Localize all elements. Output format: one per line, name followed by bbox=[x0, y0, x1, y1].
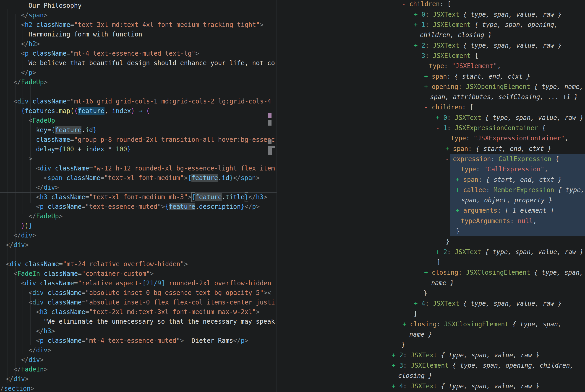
ast-row-37[interactable]: closing } bbox=[398, 370, 432, 381]
ast-row-20[interactable]: span, object, property } bbox=[461, 195, 552, 205]
expand-toggle-icon[interactable]: + bbox=[456, 176, 463, 184]
code-line-12[interactable]: {features.map((feature, index) ⇒ ( bbox=[21, 106, 150, 116]
expand-toggle-icon[interactable]: + bbox=[424, 269, 432, 276]
collapse-toggle-icon[interactable]: - bbox=[436, 124, 443, 132]
code-line-16[interactable]: delay={100 + index * 100} bbox=[36, 144, 131, 154]
ast-row-26[interactable]: ] bbox=[437, 257, 441, 267]
ast-row-17[interactable]: type: "CallExpression", bbox=[461, 164, 548, 174]
code-line-1[interactable]: Our Philosophy bbox=[29, 1, 82, 10]
code-line-30[interactable]: <div className="relative aspect-[21/9] r… bbox=[21, 278, 275, 288]
ast-row-27[interactable]: + closing: JSXClosingElement { type, spa… bbox=[424, 267, 583, 278]
ast-tree-panel[interactable]: - children: [+ 0: JSXText { type, span, … bbox=[277, 0, 585, 392]
ast-row-15[interactable]: + span: { start, end, ctxt } bbox=[445, 144, 551, 154]
code-line-22[interactable]: <p className="text-essence-muted">{featu… bbox=[36, 202, 260, 212]
code-line-33[interactable]: <h3 className="text-2xl md:text-3xl font… bbox=[36, 307, 260, 317]
expand-toggle-icon[interactable]: + bbox=[424, 83, 432, 90]
code-line-31[interactable]: <div className="absolute inset-0 bg-esse… bbox=[29, 288, 271, 298]
ast-row-11[interactable]: - children: [ bbox=[424, 102, 473, 112]
ast-row-29[interactable]: } bbox=[423, 288, 427, 298]
ast-row-31[interactable]: ] bbox=[413, 308, 417, 319]
code-line-37[interactable]: </div> bbox=[29, 346, 51, 355]
code-line-25[interactable]: </div> bbox=[14, 231, 36, 240]
code-line-8[interactable]: </p> bbox=[21, 68, 36, 78]
ast-row-23[interactable]: } bbox=[456, 226, 460, 236]
code-line-2[interactable]: </span> bbox=[21, 10, 48, 20]
ast-row-19[interactable]: + callee: MemberExpression { type, bbox=[456, 185, 584, 195]
expand-toggle-icon[interactable]: + bbox=[392, 382, 399, 390]
collapse-toggle-icon[interactable]: - bbox=[402, 0, 409, 8]
collapse-toggle-icon[interactable]: - bbox=[424, 104, 432, 111]
ast-row-36[interactable]: + 3: JSXElement { type, span, opening, c… bbox=[392, 360, 573, 370]
expand-toggle-icon[interactable]: + bbox=[456, 207, 463, 214]
ast-row-12[interactable]: + 0: JSXText { type, span, value, raw } bbox=[436, 112, 584, 123]
expand-toggle-icon[interactable]: + bbox=[436, 114, 443, 122]
code-line-20[interactable]: </div> bbox=[36, 183, 59, 192]
code-line-11[interactable]: <div className="mt-16 grid grid-cols-1 m… bbox=[14, 97, 275, 106]
ast-row-14[interactable]: type: "JSXExpressionContainer", bbox=[451, 133, 568, 143]
code-line-19[interactable]: <span className="text-xl font-medium">{f… bbox=[44, 173, 260, 183]
ast-row-24[interactable]: } bbox=[446, 236, 450, 246]
ast-row-30[interactable]: + 4: JSXText { type, span, value, raw } bbox=[414, 298, 562, 308]
expand-toggle-icon[interactable]: + bbox=[403, 320, 410, 328]
code-line-5[interactable]: </h2> bbox=[21, 39, 40, 49]
expand-toggle-icon[interactable]: + bbox=[414, 42, 421, 49]
code-line-21[interactable]: <h3 className="text-xl font-medium mb-3"… bbox=[36, 192, 267, 202]
ast-row-7[interactable]: type: "JSXElement", bbox=[429, 61, 501, 71]
code-line-24[interactable]: ))} bbox=[21, 221, 32, 231]
expand-toggle-icon[interactable]: + bbox=[445, 145, 453, 152]
ast-row-34[interactable]: } bbox=[401, 340, 405, 350]
expand-toggle-icon[interactable]: + bbox=[456, 186, 463, 194]
ast-row-13[interactable]: - 1: JSXExpressionContainer { bbox=[436, 123, 546, 133]
expand-toggle-icon[interactable]: + bbox=[436, 248, 443, 256]
code-line-17[interactable]: > bbox=[29, 154, 32, 164]
expand-toggle-icon[interactable]: + bbox=[392, 362, 399, 369]
code-line-26[interactable]: </div> bbox=[6, 240, 29, 250]
ast-row-28[interactable]: name } bbox=[431, 278, 454, 288]
code-line-40[interactable]: </div> bbox=[6, 374, 29, 384]
code-line-9[interactable]: </FadeUp> bbox=[14, 78, 48, 87]
ast-row-35[interactable]: + 2: JSXText { type, span, value, raw } bbox=[392, 350, 540, 360]
code-editor[interactable]: Our Philosophy</span><h2 className="text… bbox=[0, 0, 277, 392]
code-line-14[interactable]: key={feature.id} bbox=[36, 125, 97, 135]
code-line-15[interactable]: className="group p-8 rounded-2xl transit… bbox=[36, 135, 275, 144]
expand-toggle-icon[interactable]: + bbox=[414, 300, 421, 307]
code-line-29[interactable]: <FadeIn className="container-custom"> bbox=[14, 269, 154, 278]
ast-row-8[interactable]: + span: { start, end, ctxt } bbox=[424, 71, 530, 82]
ast-row-6[interactable]: - 3: JSXElement { bbox=[414, 50, 478, 61]
ast-row-3[interactable]: + 1: JSXElement { type, span, opening, bbox=[414, 20, 558, 30]
code-line-41[interactable]: /section> bbox=[0, 384, 35, 392]
code-line-4[interactable]: Harmonizing form with function bbox=[29, 30, 142, 39]
code-line-36[interactable]: <p className="mt-4 text-essence-muted">—… bbox=[36, 336, 248, 346]
ast-row-38[interactable]: + 4: JSXText { type, span, value, raw } bbox=[392, 381, 540, 391]
ast-row-33[interactable]: name } bbox=[409, 329, 432, 340]
collapse-toggle-icon[interactable]: - bbox=[445, 155, 453, 163]
code-line-13[interactable]: <FadeUp bbox=[29, 116, 55, 125]
code-line-7[interactable]: We believe that beautiful design should … bbox=[29, 58, 275, 68]
expand-toggle-icon[interactable]: + bbox=[414, 11, 421, 18]
ast-row-18[interactable]: + span: { start, end, ctxt } bbox=[456, 174, 562, 185]
collapse-toggle-icon[interactable]: - bbox=[414, 52, 421, 60]
expand-toggle-icon[interactable]: + bbox=[424, 73, 432, 80]
ast-row-10[interactable]: span, attributes, selfClosing, ... +1 } bbox=[430, 92, 578, 102]
code-line-35[interactable]: </h3> bbox=[36, 326, 55, 336]
ast-row-5[interactable]: + 2: JSXText { type, span, value, raw } bbox=[414, 40, 562, 50]
overview-ruler[interactable] bbox=[268, 0, 277, 392]
ast-row-1[interactable]: - children: [ bbox=[402, 0, 451, 9]
ast-row-9[interactable]: + opening: JSXOpeningElement { type, nam… bbox=[424, 82, 583, 92]
code-line-38[interactable]: </div> bbox=[21, 355, 44, 365]
code-line-23[interactable]: </FadeUp> bbox=[29, 212, 63, 221]
code-line-28[interactable]: <div className="mt-24 relative overflow-… bbox=[6, 259, 188, 269]
ast-row-2[interactable]: + 0: JSXText { type, span, value, raw } bbox=[414, 9, 562, 20]
code-line-6[interactable]: <p className="mt-4 text-essence-muted te… bbox=[21, 49, 199, 58]
code-line-18[interactable]: <div className="w-12 h-12 rounded-xl bg-… bbox=[36, 164, 275, 173]
code-line-32[interactable]: <div className="absolute inset-0 flex fl… bbox=[29, 298, 275, 307]
ast-row-22[interactable]: typeArguments: null, bbox=[461, 216, 537, 226]
expand-toggle-icon[interactable]: + bbox=[392, 352, 399, 359]
code-line-39[interactable]: </FadeIn> bbox=[14, 365, 48, 374]
ast-row-25[interactable]: + 2: JSXText { type, span, value, raw } bbox=[436, 247, 584, 257]
expand-toggle-icon[interactable]: + bbox=[414, 21, 421, 28]
ast-row-32[interactable]: + closing: JSXClosingElement { type, spa… bbox=[403, 319, 562, 329]
code-line-34[interactable]: "We eliminate the unnecessary so that th… bbox=[44, 317, 275, 326]
ast-row-4[interactable]: children, closing } bbox=[420, 30, 492, 40]
code-line-3[interactable]: <h2 className="text-3xl md:text-4xl font… bbox=[21, 20, 263, 30]
